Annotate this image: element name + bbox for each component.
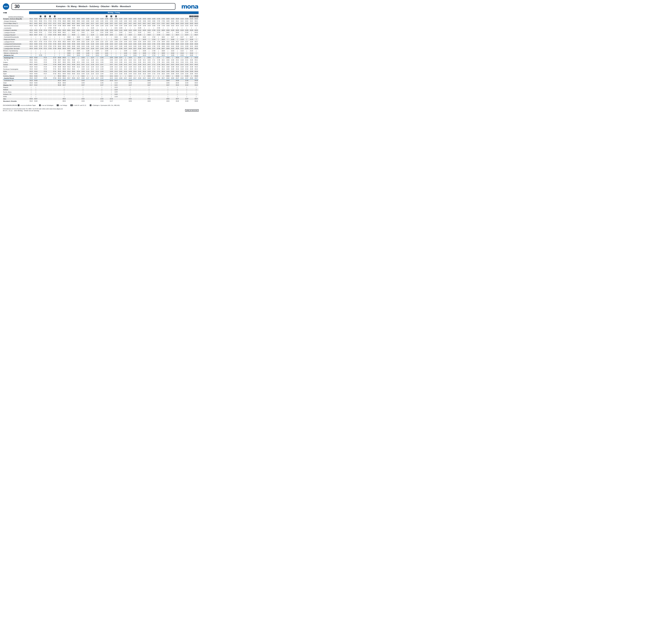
symbol-cell [142,14,147,18]
time-cell: 19.37 [170,64,175,66]
time-cell: 12.07 [95,48,100,50]
stop-row: Ottacker, Ort05.3706.4208.1808.4710.4712… [3,84,199,86]
time-cell: 13.08 [114,48,118,50]
time-cell: 15.42 [137,73,142,75]
no-stop-wave-icon: ≀ [135,75,135,77]
time-cell: ≀ [114,50,118,52]
timetable: VERKEHRSHINWEISSSSFSGSFrHSFrHSKempten, Z… [3,14,199,102]
time-cell: 09.04 [67,40,71,43]
time-cell: 10.25 [81,18,85,20]
time-cell: 13.55 [123,18,128,20]
time-cell [151,80,156,82]
time-cell: 18.32 [166,34,170,36]
no-stop-wave-icon: ≀ [64,36,64,38]
time-cell: 07.22 [43,57,48,59]
time-cell: ≀ [128,95,132,98]
time-cell [189,84,194,86]
time-cell: ≀ [57,54,62,57]
time-cell: 17.00 [151,29,156,31]
time-cell: 15.38 [137,59,142,61]
time-cell: ≀ [57,38,62,40]
no-stop-wave-icon: ≀ [31,89,31,91]
legend-fr-badge: Fr [57,104,59,106]
time-cell: 14.32 [128,34,132,36]
time-cell: 00.25 [194,29,199,31]
time-cell: 13.36 [118,48,123,50]
time-cell: 07.25 [43,66,48,68]
legend-item: G= Zubringer v. Gymnasien (HG, CvL, MW, … [90,104,120,106]
time-cell: 17.05 [151,43,156,45]
time-cell: 08.11 [57,73,62,75]
time-cell: 06.25 [33,29,38,31]
time-cell: ≀ [175,50,180,52]
time-cell: ≀ [123,75,128,77]
time-cell: 14.11 [123,61,128,64]
time-cell [151,89,156,91]
time-cell: 13.15 [114,75,118,77]
stop-row: Seebad05.2706.3207.2407.3908.0808.3709.1… [3,64,199,66]
no-stop-wave-icon: ≀ [69,57,69,59]
time-cell: 14.08 [123,50,128,52]
time-cell [180,95,184,98]
time-cell: 08.57 [67,22,71,24]
time-cell: 14.42 [128,77,132,80]
no-stop-wave-icon: ≀ [144,34,144,36]
time-cell: 20.34 [175,70,180,73]
time-cell: ≀ [33,54,38,57]
time-cell: 18.33 [166,43,170,45]
no-stop-wave-icon: ≀ [31,36,31,38]
time-cell [90,95,95,98]
time-cell: ≀ [71,50,76,52]
time-cell: 07.12 [43,22,48,24]
time-cell: 17.10 [151,54,156,57]
no-stop-wave-icon: ≀ [31,95,31,98]
timetable-body: VERKEHRSHINWEISSSSFSGSFrHSFrHSKempten, Z… [3,14,199,102]
time-cell: 12.58 [109,24,114,27]
stop-name: - Königstr./Hirnbeinstr. [3,20,29,22]
time-cell: ≀ [76,68,81,70]
time-cell: 07.10 [43,18,48,20]
time-cell: 13.21 [114,84,118,86]
no-stop-wave-icon: ≀ [111,89,111,91]
time-cell: 05.27 [29,64,33,66]
time-cell: 07.13 [43,24,48,27]
time-cell: 05.18 [29,24,33,27]
time-cell: ≀ [43,34,48,36]
time-cell: 13.12 [109,77,114,80]
time-cell [38,98,43,100]
time-cell [156,95,161,98]
time-cell: 22.37 [185,77,189,80]
time-cell: 19.30 [170,43,175,45]
no-stop-wave-icon: ≀ [69,34,69,36]
time-cell: ≀ [151,31,156,34]
time-cell: 14.33 [128,45,132,48]
time-cell [170,86,175,89]
no-stop-wave-icon: ≀ [78,34,79,36]
time-cell [170,89,175,91]
direction-arrow-icon [3,12,6,13]
time-cell: 22.22 [185,22,189,24]
time-cell: ≀ [189,34,194,36]
time-cell [123,95,128,98]
trip-note-s-badge: S [49,15,51,17]
no-stop-wave-icon: ≀ [111,93,111,95]
time-cell: 18.06 [161,45,166,48]
no-stop-wave-icon: ≀ [149,52,149,54]
time-cell: ≀ [95,57,100,59]
stop-name: Moosbach, Ortsmitte [3,100,29,102]
time-cell [95,80,100,82]
time-cell: 11.41 [90,68,95,70]
service-days-band: Montag - Freitag [29,11,199,14]
time-cell: 20.29 [175,48,180,50]
symbol-cell [137,14,142,18]
time-cell [71,98,76,100]
time-cell: 13.27 [118,22,123,24]
time-cell: 11.44 [90,77,95,80]
time-cell [161,86,166,89]
time-cell: ≀ [100,54,104,57]
no-stop-wave-icon: ≀ [177,52,178,54]
time-cell: 11.05 [85,43,90,45]
stop-name: Wolfarts [3,89,29,91]
time-cell: 00.21 [194,20,199,22]
time-cell: 17.35 [156,45,161,48]
